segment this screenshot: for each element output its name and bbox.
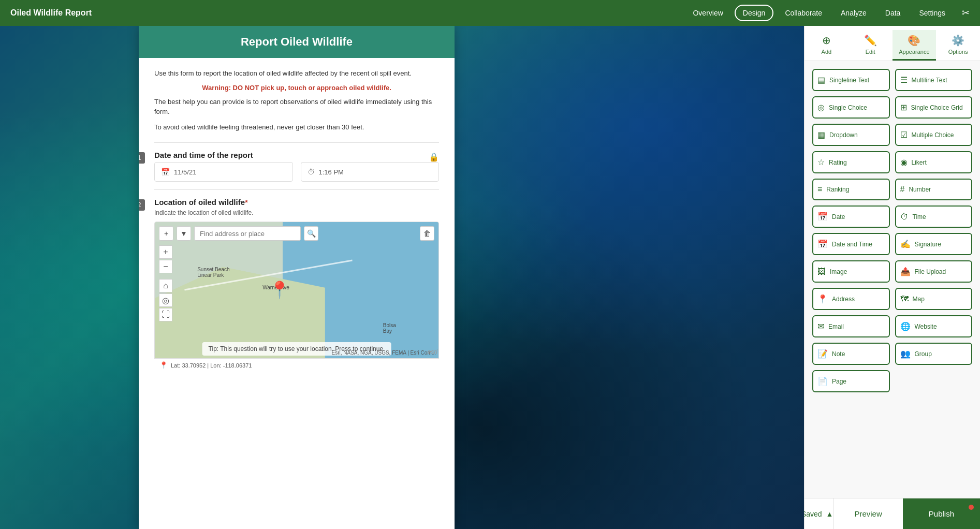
- share-icon[interactable]: ✂: [962, 7, 970, 19]
- date-and-time-icon: 📅: [817, 239, 828, 249]
- widget-likert-label: Likert: [912, 159, 927, 166]
- nav-analyze[interactable]: Analyze: [833, 6, 874, 20]
- lock-icon: 🔒: [429, 152, 439, 162]
- tab-appearance[interactable]: 🎨 Appearance: [893, 30, 937, 61]
- widget-email-label: Email: [828, 323, 844, 330]
- image-icon: 🖼: [817, 267, 826, 276]
- time-icon: ⏱: [900, 212, 909, 222]
- saved-label: Saved: [801, 510, 822, 518]
- widget-ranking-label: Ranking: [826, 186, 849, 193]
- widget-group[interactable]: 👥 Group: [895, 343, 973, 365]
- widget-map[interactable]: 🗺 Map: [895, 288, 973, 310]
- widget-website[interactable]: 🌐 Website: [895, 315, 973, 337]
- widget-email[interactable]: ✉ Email: [812, 315, 890, 337]
- website-icon: 🌐: [900, 321, 911, 331]
- tab-edit[interactable]: ✏️ Edit: [849, 30, 893, 61]
- widget-image[interactable]: 🖼 Image: [812, 260, 890, 283]
- options-icon: ⚙️: [952, 34, 964, 47]
- widget-likert[interactable]: ◉ Likert: [895, 151, 973, 173]
- widget-single-choice-grid[interactable]: ⊞ Single Choice Grid: [895, 96, 973, 119]
- tab-options[interactable]: ⚙️ Options: [936, 30, 980, 61]
- widget-group-label: Group: [915, 350, 932, 358]
- map-fullscreen-btn[interactable]: ⛶: [159, 308, 172, 321]
- time-value: 1:16 PM: [319, 168, 344, 176]
- main-area: Report Oiled Wildlife Use this form to r…: [0, 26, 980, 529]
- date-input[interactable]: 📅 11/5/21: [154, 162, 293, 182]
- nav-collaborate[interactable]: Collaborate: [778, 6, 829, 20]
- map-add-btn[interactable]: +: [159, 226, 173, 241]
- widget-singleline-text[interactable]: ▤ Singleline Text: [812, 69, 890, 91]
- widget-number[interactable]: # Number: [895, 179, 973, 200]
- map-search-input[interactable]: [194, 226, 301, 241]
- widget-signature[interactable]: ✍ Signature: [895, 233, 973, 255]
- widget-single-choice[interactable]: ◎ Single Choice: [812, 96, 890, 119]
- form-body: Use this form to report the location of …: [139, 58, 455, 390]
- widget-singleline-text-label: Singleline Text: [829, 77, 869, 84]
- single-choice-grid-icon: ⊞: [900, 102, 907, 112]
- tab-add[interactable]: ⊕ Add: [805, 30, 849, 61]
- tab-options-label: Options: [948, 49, 968, 55]
- form-warning: Warning: DO NOT pick up, touch or approa…: [154, 84, 439, 92]
- widget-file-upload[interactable]: 📤 File Upload: [895, 260, 973, 283]
- question-2-subtitle: Indicate the location of oiled wildlife.: [154, 209, 439, 216]
- question-1-number: 1: [139, 152, 145, 164]
- likert-icon: ◉: [900, 157, 908, 167]
- widget-time[interactable]: ⏱ Time: [895, 205, 973, 228]
- bottom-bar: Saved ▲ Preview Publish: [805, 498, 980, 529]
- map-delete-btn[interactable]: 🗑: [420, 226, 434, 241]
- map-zoom-out[interactable]: −: [159, 260, 172, 273]
- edit-icon: ✏️: [864, 34, 877, 47]
- preview-area: Report Oiled Wildlife Use this form to r…: [0, 26, 804, 529]
- date-value: 11/5/21: [174, 168, 196, 176]
- widget-note[interactable]: 📝 Note: [812, 343, 890, 365]
- nav-design[interactable]: Design: [735, 5, 774, 21]
- map-zoom-in[interactable]: +: [159, 245, 172, 259]
- appearance-icon: 🎨: [908, 34, 920, 47]
- widget-multiline-text[interactable]: ☰ Multiline Text: [895, 69, 973, 91]
- map-bay-label: BolsaBay: [383, 322, 396, 334]
- single-choice-icon: ◎: [817, 102, 825, 112]
- map-zoom-controls: + −: [159, 245, 172, 273]
- add-icon: ⊕: [822, 34, 831, 47]
- widget-image-label: Image: [830, 268, 847, 275]
- map-toolbar: + ▼ 🔍 🗑: [159, 226, 434, 241]
- top-navigation: Oiled Wildlife Report Overview Design Co…: [0, 0, 980, 26]
- map-home-btn[interactable]: ⌂: [159, 279, 172, 292]
- form-desc3: To avoid oiled wildlife feeling threaten…: [154, 122, 439, 133]
- time-input[interactable]: ⏱ 1:16 PM: [301, 162, 440, 182]
- widget-multiple-choice-label: Multiple Choice: [912, 131, 954, 139]
- map-locate-btn[interactable]: ◎: [159, 293, 172, 307]
- signature-icon: ✍: [900, 239, 911, 249]
- map-pin: 📍: [269, 280, 290, 300]
- nav-settings[interactable]: Settings: [912, 6, 953, 20]
- map-search-btn[interactable]: 🔍: [304, 226, 318, 241]
- nav-overview[interactable]: Overview: [685, 6, 730, 20]
- widget-date-and-time[interactable]: 📅 Date and Time: [812, 233, 890, 255]
- address-icon: 📍: [817, 294, 828, 304]
- form-panel: Report Oiled Wildlife Use this form to r…: [139, 26, 455, 529]
- preview-button[interactable]: Preview: [833, 498, 902, 529]
- question-2-number: 2: [139, 199, 145, 211]
- saved-arrow: ▲: [826, 510, 833, 518]
- app-title: Oiled Wildlife Report: [10, 8, 92, 18]
- widget-single-choice-grid-label: Single Choice Grid: [911, 104, 963, 111]
- dropdown-icon: ▦: [817, 130, 825, 140]
- map-location-icon: 📍: [159, 361, 168, 369]
- bottom-actions: Preview Publish: [833, 498, 980, 529]
- nav-data[interactable]: Data: [878, 6, 908, 20]
- widget-time-label: Time: [913, 213, 926, 221]
- page-icon: 📄: [817, 376, 828, 386]
- sidebar-tabs: ⊕ Add ✏️ Edit 🎨 Appearance ⚙️ Options: [805, 26, 980, 61]
- widget-rating-label: Rating: [829, 159, 847, 166]
- widget-dropdown[interactable]: ▦ Dropdown: [812, 124, 890, 146]
- widget-address[interactable]: 📍 Address: [812, 288, 890, 310]
- map-dropdown-btn[interactable]: ▼: [177, 226, 191, 241]
- widget-rating[interactable]: ☆ Rating: [812, 151, 890, 173]
- tab-add-label: Add: [822, 49, 832, 55]
- widget-ranking[interactable]: ≡ Ranking: [812, 179, 890, 200]
- widget-page[interactable]: 📄 Page: [812, 370, 890, 392]
- note-icon: 📝: [817, 349, 828, 359]
- widget-multiple-choice[interactable]: ☑ Multiple Choice: [895, 124, 973, 146]
- publish-button[interactable]: Publish: [903, 498, 980, 529]
- widget-date[interactable]: 📅 Date: [812, 205, 890, 228]
